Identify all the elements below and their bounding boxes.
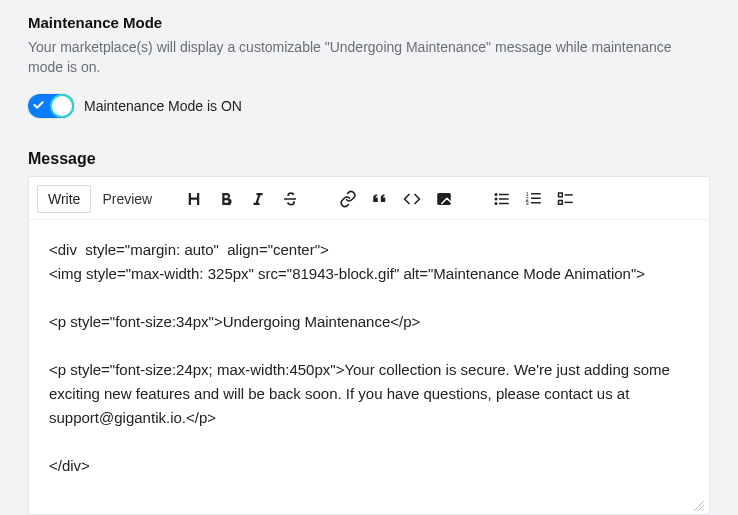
check-icon: [33, 99, 44, 112]
svg-point-1: [440, 196, 442, 198]
svg-rect-13: [531, 202, 541, 204]
link-icon[interactable]: [339, 190, 357, 208]
maintenance-panel: Maintenance Mode Your marketplace(s) wil…: [0, 0, 738, 515]
maintenance-toggle-label: Maintenance Mode is ON: [84, 98, 242, 114]
editor-toolbar: Write Preview: [29, 177, 709, 220]
message-title: Message: [28, 150, 710, 168]
toggle-knob: [52, 96, 72, 116]
unordered-list-icon[interactable]: [493, 190, 511, 208]
svg-rect-16: [559, 200, 563, 204]
format-group-lists: 123: [493, 190, 575, 208]
svg-rect-3: [499, 193, 509, 195]
heading-icon[interactable]: [185, 190, 203, 208]
italic-icon[interactable]: [249, 190, 267, 208]
bold-icon[interactable]: [217, 190, 235, 208]
svg-rect-5: [499, 198, 509, 200]
svg-rect-9: [531, 193, 541, 195]
code-icon[interactable]: [403, 190, 421, 208]
strikethrough-icon[interactable]: [281, 190, 299, 208]
tab-write[interactable]: Write: [37, 185, 91, 213]
image-icon[interactable]: [435, 190, 453, 208]
maintenance-toggle-row: Maintenance Mode is ON: [28, 94, 710, 118]
editor-body: [29, 220, 709, 514]
maintenance-description: Your marketplace(s) will display a custo…: [28, 37, 710, 78]
tab-preview[interactable]: Preview: [91, 185, 163, 213]
task-list-icon[interactable]: [557, 190, 575, 208]
format-group-text: [185, 190, 299, 208]
svg-text:3: 3: [526, 200, 529, 206]
svg-rect-11: [531, 197, 541, 199]
maintenance-title: Maintenance Mode: [28, 14, 710, 31]
message-editor: Write Preview: [28, 176, 710, 515]
ordered-list-icon[interactable]: 123: [525, 190, 543, 208]
maintenance-toggle[interactable]: [28, 94, 74, 118]
svg-point-4: [495, 197, 498, 200]
svg-point-6: [495, 202, 498, 205]
quote-icon[interactable]: [371, 190, 389, 208]
svg-rect-14: [559, 193, 563, 197]
svg-point-2: [495, 193, 498, 196]
svg-rect-7: [499, 202, 509, 204]
format-group-insert: [339, 190, 453, 208]
message-textarea[interactable]: [29, 220, 709, 510]
